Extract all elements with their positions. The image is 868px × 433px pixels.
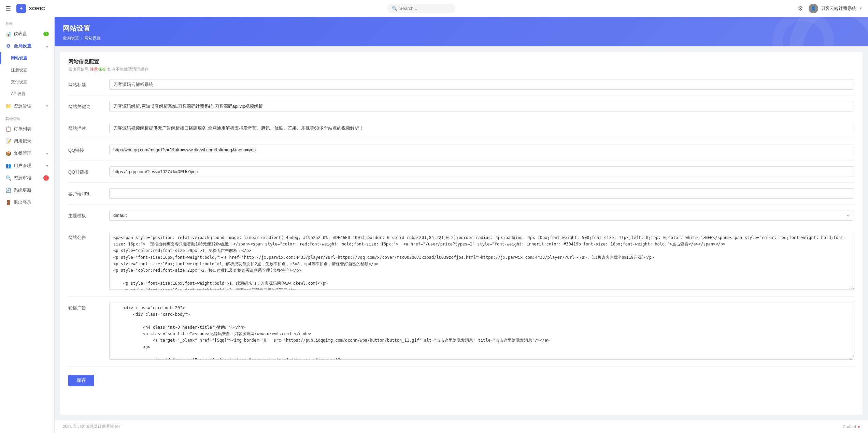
customer-url-label: 客户端URL [68,188,109,197]
top-header: ☰ ✦ XORIC 🔍 ⚙ 👤 刀客云端计费系统 ▼ [0,0,868,17]
dashboard-badge: 1 [43,32,49,36]
site-title-input[interactable] [109,79,854,90]
logo-icon: ✦ [16,4,26,13]
order-icon: 📋 [5,126,11,132]
chevron-down-icon: ▼ [45,152,49,155]
qq-group-link-input[interactable] [109,166,854,177]
sidebar-item-label: 调用记录 [14,138,31,144]
sidebar-item-api-settings[interactable]: API设置 [0,88,54,100]
form-row-carousel-ad: 轮播广告 <div class="card m-b-20"> <div clas… [68,302,854,367]
sidebar-item-global-settings[interactable]: ⚙ 全局设置 ▲ [0,40,54,52]
form-row-qq-link: QQ链接 [68,145,854,161]
page-title: 网站设置 [63,24,860,33]
breadcrumb: 全局设置 / 网站设置 [63,35,860,41]
form-row-customer-url: 客户端URL [68,188,854,205]
form-content: 网站信息配置 修改完信息 注意保存 如有不生效请清理缓存 网站标题 网站关键词 [60,52,863,415]
qq-link-input[interactable] [109,145,854,155]
sidebar-item-label: 网站设置 [11,55,27,61]
sidebar: 导航 📊 仪表盘 1 ⚙ 全局设置 ▲ 网站设置 注册设置 支付设置 API设置… [0,17,55,433]
save-button[interactable]: 保存 [68,375,94,386]
sidebar-item-logout[interactable]: 🚪 退出登录 [0,196,54,209]
sidebar-item-package-management[interactable]: 📦 套餐管理 ▼ [0,147,54,160]
sidebar-item-label: 支付设置 [11,79,27,85]
customer-url-field [109,188,854,199]
footer: 2021 © 刀客源码网计费系统 MT Crafted ♥ [55,420,868,433]
site-title-label: 网站标题 [68,79,109,88]
sidebar-item-dashboard[interactable]: 📊 仪表盘 1 [0,28,54,40]
section-hint: 修改完信息 注意保存 如有不生效请清理缓存 [68,66,854,72]
menu-toggle-button[interactable]: ☰ [5,5,11,12]
sidebar-item-label: 资源审核 [14,175,31,181]
search-input[interactable] [399,6,451,11]
sidebar-item-label: 退出登录 [14,199,31,206]
site-keywords-input[interactable] [109,101,854,111]
user-name: 刀客云端计费系统 [821,5,856,12]
breadcrumb-current: 网站设置 [84,35,101,41]
sidebar-item-label: 仪表盘 [14,31,27,37]
logo-area: ✦ XORIC [16,4,45,13]
sidebar-item-user-management[interactable]: 👥 用户管理 ▼ [0,160,54,172]
sidebar-item-website-settings[interactable]: 网站设置 [0,52,54,64]
sidebar-item-label: 套餐管理 [14,150,31,156]
sidebar-item-register-settings[interactable]: 注册设置 [0,64,54,76]
qq-link-label: QQ链接 [68,145,109,153]
sidebar-item-label: 注册设置 [11,67,27,73]
announcement-textarea[interactable]: <p><span style="position: relative;backg… [109,232,854,290]
sidebar-item-label: 系统更新 [14,187,31,193]
form-row-site-description: 网站描述 [68,123,854,139]
header-right: ⚙ 👤 刀客云端计费系统 ▼ [798,4,863,13]
site-description-field [109,123,854,133]
chevron-down-icon: ▼ [45,104,49,108]
qq-link-field [109,145,854,155]
settings-icon[interactable]: ⚙ [798,5,803,12]
nav-label: 导航 [0,17,54,28]
breadcrumb-separator: / [81,36,82,41]
form-row-qq-group-link: QQ群链接 [68,166,854,183]
user-info[interactable]: 👤 刀客云端计费系统 ▼ [809,4,863,13]
logout-icon: 🚪 [5,200,11,205]
chevron-down-icon: ▼ [45,164,49,168]
announcement-label: 网站公告 [68,232,109,241]
sidebar-item-payment-settings[interactable]: 支付设置 [0,76,54,88]
form-row-announcement: 网站公告 <p><span style="position: relative;… [68,232,854,297]
sidebar-item-label: API设置 [11,91,26,97]
search-icon: 🔍 [392,6,397,11]
theme-template-select[interactable]: default [109,210,854,221]
heart-icon: ♥ [857,424,860,429]
breadcrumb-parent[interactable]: 全局设置 [63,35,79,41]
main-layout: 导航 📊 仪表盘 1 ⚙ 全局设置 ▲ 网站设置 注册设置 支付设置 API设置… [0,17,868,433]
chevron-up-icon: ▲ [45,44,49,48]
logo-text: XORIC [29,5,45,11]
dashboard-icon: 📊 [5,31,11,36]
sidebar-item-system-update[interactable]: 🔄 系统更新 [0,184,54,196]
carousel-ad-textarea[interactable]: <div class="card m-b-20"> <div class="ca… [109,302,854,360]
sidebar-item-order-list[interactable]: 📋 订单列表 [0,123,54,135]
invoke-icon: 📝 [5,138,11,144]
site-description-input[interactable] [109,123,854,133]
audit-badge: 1 [43,175,49,181]
sidebar-item-label: 资源管理 [14,103,31,109]
user-management-icon: 👥 [5,163,11,168]
sidebar-item-invoke-records[interactable]: 📝 调用记录 [0,135,54,147]
sidebar-item-label: 全局设置 [14,43,31,49]
content-area: 网站设置 全局设置 / 网站设置 网站信息配置 修改完信息 注意保存 如有不生效… [55,17,868,433]
other-label: 其他管理 [0,112,54,123]
carousel-ad-label: 轮播广告 [68,302,109,311]
site-title-field [109,79,854,90]
site-keywords-label: 网站关键词 [68,101,109,110]
search-bar[interactable]: 🔍 [387,4,455,13]
theme-template-field: default [109,210,854,221]
form-row-site-keywords: 网站关键词 [68,101,854,117]
footer-crafted: Crafted ♥ [843,424,860,429]
site-keywords-field [109,101,854,111]
sidebar-item-resource-management[interactable]: 📁 资源管理 ▼ [0,100,54,112]
section-title: 网站信息配置 [68,59,854,65]
customer-url-input[interactable] [109,188,854,199]
sidebar-item-resource-audit[interactable]: 🔍 资源审核 1 [0,172,54,184]
package-icon: 📦 [5,151,11,156]
sidebar-item-label: 订单列表 [14,126,31,132]
qq-group-link-label: QQ群链接 [68,166,109,175]
announcement-field: <p><span style="position: relative;backg… [109,232,854,291]
copyright-text: 2021 © 刀客源码网计费系统 MT [63,424,121,430]
resource-management-icon: 📁 [5,103,11,109]
